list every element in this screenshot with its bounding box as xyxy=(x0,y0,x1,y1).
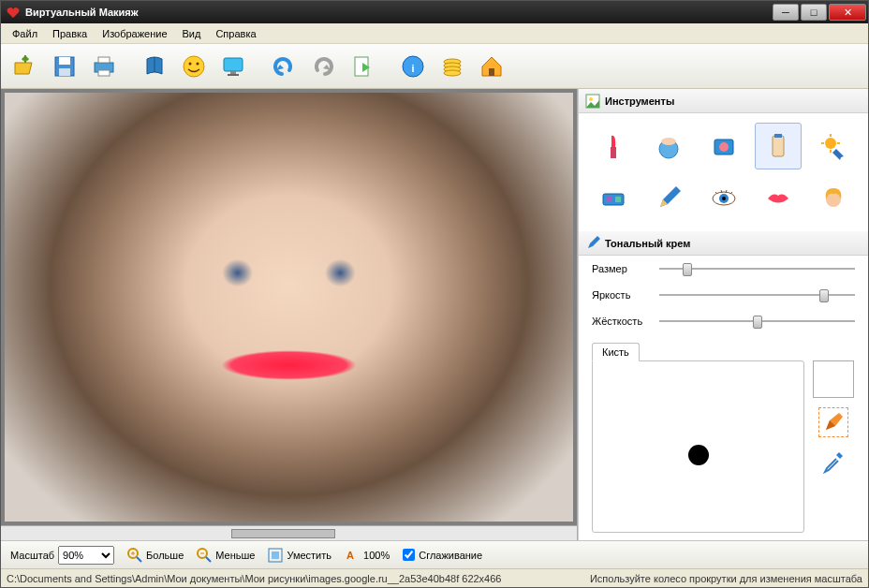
tool-lips[interactable] xyxy=(755,175,802,222)
minimize-button[interactable]: ─ xyxy=(773,4,799,21)
export-button[interactable] xyxy=(344,48,381,85)
app-icon xyxy=(7,6,20,19)
lips-icon xyxy=(764,184,792,213)
hardness-slider[interactable] xyxy=(659,312,855,331)
brush-tab[interactable]: Кисть xyxy=(592,343,640,361)
color-swatch[interactable] xyxy=(813,360,854,398)
tool-grid xyxy=(579,113,868,231)
coins-button[interactable] xyxy=(434,48,471,85)
menu-edit[interactable]: Правка xyxy=(45,25,95,42)
paint-tool[interactable] xyxy=(818,407,848,437)
floppy-icon xyxy=(52,53,78,80)
canvas-viewport[interactable] xyxy=(1,89,577,525)
zoom-label: Масштаб xyxy=(10,550,54,561)
menubar: Файл Правка Изображение Вид Справка xyxy=(1,23,868,44)
info-button[interactable]: i xyxy=(394,48,432,85)
book-icon xyxy=(141,53,168,80)
menu-file[interactable]: Файл xyxy=(5,25,45,42)
effects-button[interactable] xyxy=(175,48,213,85)
svg-rect-12 xyxy=(228,74,239,76)
size-slider-row: Размер xyxy=(579,256,868,282)
canvas-area xyxy=(1,89,578,540)
fit-icon xyxy=(268,548,283,563)
home-icon xyxy=(479,53,505,80)
foundation-icon xyxy=(764,132,792,160)
svg-rect-1 xyxy=(59,57,70,65)
bottom-bar: Масштаб 90% Больше Меньше Уместить A100%… xyxy=(1,540,868,568)
menu-help[interactable]: Справка xyxy=(208,25,263,42)
statusbar: C:\Documents and Settings\Admin\Мои доку… xyxy=(1,568,868,587)
menu-image[interactable]: Изображение xyxy=(95,25,174,42)
zoom-in-button[interactable]: Больше xyxy=(127,548,184,563)
zoom-in-icon xyxy=(127,548,142,563)
zoom-out-button[interactable]: Меньше xyxy=(197,548,255,563)
lipstick-icon xyxy=(599,132,627,160)
redo-button[interactable] xyxy=(304,48,342,85)
size-knob[interactable] xyxy=(683,263,692,276)
display-button[interactable] xyxy=(214,48,252,85)
titlebar[interactable]: Виртуальный Макияж ─ □ ✕ xyxy=(1,1,868,23)
brush-preview: Кисть xyxy=(592,360,804,533)
tool-pencil[interactable] xyxy=(645,175,692,222)
export-icon xyxy=(349,53,376,80)
tool-foundation[interactable] xyxy=(755,123,802,169)
save-button[interactable] xyxy=(46,48,83,85)
hundred-icon: A xyxy=(345,548,360,563)
svg-rect-29 xyxy=(774,134,782,138)
tool-hair[interactable] xyxy=(810,175,857,222)
photo-canvas[interactable] xyxy=(5,93,573,522)
svg-point-9 xyxy=(197,62,199,65)
svg-text:A: A xyxy=(346,550,354,561)
svg-rect-23 xyxy=(611,147,616,158)
tool-powder[interactable] xyxy=(645,123,692,169)
svg-rect-5 xyxy=(98,70,110,76)
brush-dot xyxy=(688,445,709,465)
brightness-slider[interactable] xyxy=(659,286,855,304)
smooth-label: Сглаживание xyxy=(419,550,482,561)
redo-icon xyxy=(310,53,336,80)
zoom-select[interactable]: 90% xyxy=(58,546,114,565)
hardness-knob[interactable] xyxy=(753,316,762,329)
horizontal-scrollbar[interactable] xyxy=(1,525,577,540)
tools-panel-header: Инструменты xyxy=(579,89,868,113)
eyedropper-icon xyxy=(822,450,845,473)
smooth-checkbox[interactable] xyxy=(403,549,415,561)
size-label: Размер xyxy=(592,263,650,274)
maximize-button[interactable]: □ xyxy=(801,4,827,21)
hundred-button[interactable]: A100% xyxy=(345,548,390,563)
eyedropper-tool[interactable] xyxy=(818,447,848,477)
image-icon xyxy=(586,95,599,108)
status-path: C:\Documents and Settings\Admin\Мои доку… xyxy=(7,573,501,584)
smooth-checkbox-wrap[interactable]: Сглаживание xyxy=(403,549,482,561)
brightness-knob[interactable] xyxy=(819,289,829,302)
eye-icon xyxy=(710,184,738,213)
close-button[interactable]: ✕ xyxy=(829,4,866,21)
paintbrush-icon xyxy=(822,411,845,434)
printer-icon xyxy=(91,53,117,80)
tool-eyeshadow[interactable] xyxy=(590,175,637,222)
pencil-icon xyxy=(655,184,683,213)
fit-button[interactable]: Уместить xyxy=(268,548,331,563)
folder-open-icon xyxy=(12,53,38,80)
menu-view[interactable]: Вид xyxy=(175,25,209,42)
blush-icon xyxy=(710,132,738,160)
window-title: Виртуальный Макияж xyxy=(25,7,773,18)
section-header: Тональный крем xyxy=(579,231,868,256)
svg-line-47 xyxy=(137,557,141,562)
scrollbar-thumb[interactable] xyxy=(231,529,335,538)
tool-sun[interactable] xyxy=(810,123,857,169)
print-button[interactable] xyxy=(85,48,123,85)
tool-blush[interactable] xyxy=(700,123,747,169)
svg-rect-37 xyxy=(615,197,621,202)
brush-small-icon xyxy=(586,237,599,250)
open-button[interactable] xyxy=(7,48,44,85)
tool-lipstick[interactable] xyxy=(590,123,637,169)
svg-rect-20 xyxy=(489,68,494,76)
home-button[interactable] xyxy=(473,48,510,85)
svg-point-40 xyxy=(722,197,726,200)
undo-button[interactable] xyxy=(265,48,302,85)
size-slider[interactable] xyxy=(659,259,855,278)
tool-eye[interactable] xyxy=(700,175,747,222)
svg-point-25 xyxy=(661,138,676,145)
history-button[interactable] xyxy=(136,48,173,85)
